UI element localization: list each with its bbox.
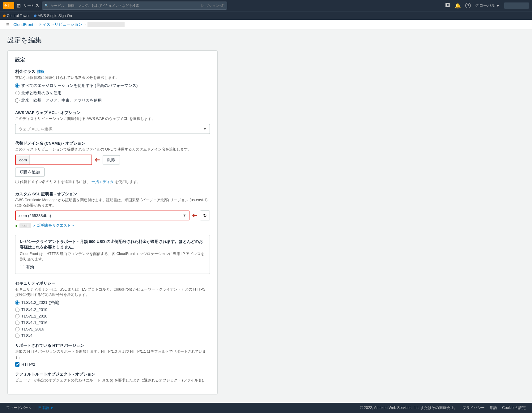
footer-sep: | xyxy=(35,406,36,410)
http-versions-desc: 追加の HTTP バージョンのサポートを追加します。HTTP/1.0 および H… xyxy=(15,349,210,360)
pricing-class-radio-group: すべてのエッジロケーションを使用する (最高のパフォーマンス) 北米と欧州のみを… xyxy=(15,83,210,103)
language-selector[interactable]: 日本語 ▼ xyxy=(38,405,53,411)
breadcrumb-cloudfront[interactable]: CloudFront xyxy=(13,22,33,27)
bulk-edit-note: ① 代替ドメイン名のリストを追加するには、 一括エディタ を使用します。 xyxy=(15,179,210,185)
breadcrumb-sep-2: › xyxy=(84,22,86,27)
add-item-button[interactable]: 項目を追加 xyxy=(15,168,45,177)
security-policy-section: セキュリティポリシー セキュリティポリシーは、SSL または TLS プロトコル… xyxy=(15,281,210,338)
pricing-class-desc: 支払う上限価格に関連付けられている料金区分を選択します。 xyxy=(15,75,210,80)
ssl-desc: AWS Certificate Manager から証明書を関連付けます。証明書… xyxy=(15,198,210,208)
cname-prefix: .com xyxy=(16,155,30,164)
pricing-info-link[interactable]: 情報 xyxy=(37,69,45,75)
menu-icon[interactable]: ≡ xyxy=(6,22,9,27)
nav-right: 🔔 ? グローバル ▼ xyxy=(445,2,529,9)
copyright-text: © 2022, Amazon Web Services, Inc. またはその関… xyxy=(360,405,458,411)
cert-link-row: ● .com ↗ 証明書をリクエスト ↗ xyxy=(15,223,210,228)
radio-tls12-2021[interactable]: TLSv1.2_2021 (推奨) xyxy=(15,300,210,305)
ssl-label: カスタム SSL 証明書 - オプション xyxy=(15,191,210,197)
bulk-edit-link[interactable]: 一括エディタ xyxy=(92,180,114,184)
breadcrumb-distributions[interactable]: ディストリビューション xyxy=(38,22,83,27)
legacy-checkbox[interactable] xyxy=(20,265,24,269)
legacy-checkbox-item[interactable]: 有効 xyxy=(20,264,205,270)
ssl-row: .com (265338db-:) ▼ ➜ ↻ xyxy=(15,211,210,220)
top-navigation: ⊞ サービス 🔍 サービス、特徴、ブログ、およびドキュメントなどを検索 [オプシ… xyxy=(0,0,532,11)
search-bar[interactable]: 🔍 サービス、特徴、ブログ、およびドキュメントなどを検索 [オプション+S] xyxy=(42,2,227,10)
http2-checkbox-item[interactable]: HTTP/2 xyxy=(15,362,210,367)
privacy-link[interactable]: プライバシー xyxy=(462,405,485,411)
radio-tls11-2016[interactable]: TLSv1.1_2016 xyxy=(15,320,210,325)
cname-row: .com ➜ 削除 xyxy=(15,155,210,165)
pricing-class-label: 料金クラス 情報 xyxy=(15,69,210,75)
search-icon: 🔍 xyxy=(45,4,49,8)
waf-section: AWS WAF ウェブ ACL - オプション このディストリビューションに関連… xyxy=(15,110,210,134)
cookie-link[interactable]: Cookie の設定 xyxy=(502,405,526,411)
waf-select[interactable]: ウェブ ACL を選択 xyxy=(15,124,210,134)
security-policy-desc: セキュリティポリシーは、SSL または TLS プロトコルと、CloudFron… xyxy=(15,287,210,297)
main-content: 設定を編集 設定 料金クラス 情報 支払う上限価格に関連付けられている料金区分を… xyxy=(0,29,532,411)
footer-left: フィードバック | 日本語 ▼ xyxy=(6,405,53,411)
sub-navigation: Control Tower AWS Single Sign-On xyxy=(0,11,532,20)
security-policy-label: セキュリティポリシー xyxy=(15,281,210,286)
control-tower-label: Control Tower xyxy=(7,14,30,18)
external-link-icon: ↗ xyxy=(33,224,36,227)
person-icon[interactable] xyxy=(445,2,450,9)
cname-input[interactable] xyxy=(30,155,92,164)
ssl-select-wrapper: .com (265338db-:) ▼ xyxy=(15,211,189,220)
cname-input-wrapper: .com xyxy=(15,155,92,165)
radio-all-regions[interactable]: 北米、欧州、アジア、中東、アフリカを使用 xyxy=(15,98,210,103)
breadcrumb-sep-1: › xyxy=(35,22,36,27)
account-display xyxy=(504,2,529,9)
green-dot: ● xyxy=(15,223,18,228)
svg-rect-0 xyxy=(445,3,450,7)
default-root-section: デフォルトルートオブジェクト - オプション ビューワーが特定のオブジェクトの代… xyxy=(15,372,210,383)
radio-tls12-2018[interactable]: TLSv1.2_2018 xyxy=(15,314,210,318)
radio-tls12-2019[interactable]: TLSv1.2_2019 xyxy=(15,307,210,312)
legacy-section: レガシークライアントサポート - 月額 600 USD の比例配分された料金が適… xyxy=(15,235,210,274)
waf-label: AWS WAF ウェブ ACL - オプション xyxy=(15,110,210,116)
card-title: 設定 xyxy=(15,57,210,63)
footer: フィードバック | 日本語 ▼ © 2022, Amazon Web Servi… xyxy=(0,403,532,411)
sidebar-item-control-tower[interactable]: Control Tower xyxy=(3,14,30,18)
refresh-button[interactable]: ↻ xyxy=(200,211,210,220)
ssl-certificate-select[interactable]: .com (265338db-:) xyxy=(15,211,189,220)
radio-all-edge[interactable]: すべてのエッジロケーションを使用する (最高のパフォーマンス) xyxy=(15,83,210,88)
global-button[interactable]: グローバル ▼ xyxy=(475,3,500,8)
external-icon: ↗ xyxy=(71,224,74,227)
security-policy-radio-group: TLSv1.2_2021 (推奨) TLSv1.2_2019 TLSv1.2_2… xyxy=(15,300,210,338)
cname-desc: このディストリビューションで提供されるファイルの URL で使用するカスタムドメ… xyxy=(15,147,210,152)
waf-select-wrapper: ウェブ ACL を選択 ▼ xyxy=(15,124,210,134)
search-shortcut: [オプション+S] xyxy=(201,3,224,8)
request-certificate-link[interactable]: 証明書をリクエスト ↗ xyxy=(37,223,74,228)
waf-desc: このディストリビューションに関連付ける AWS WAF のウェブ ACL を選択… xyxy=(15,116,210,121)
default-root-label: デフォルトルートオブジェクト - オプション xyxy=(15,372,210,377)
breadcrumb-bar: ≡ CloudFront › ディストリビューション › xyxy=(0,20,532,29)
legacy-desc: CloudFront は、HTTPS 経由でコンテンツを配信する、各 Cloud… xyxy=(20,251,205,262)
control-tower-dot xyxy=(3,15,6,17)
footer-right: © 2022, Amazon Web Services, Inc. またはその関… xyxy=(360,405,526,411)
page-title: 設定を編集 xyxy=(7,36,525,45)
sidebar-item-sso[interactable]: AWS Single Sign-On xyxy=(34,14,72,18)
http-versions-label: サポートされている HTTP バージョン xyxy=(15,343,210,348)
ssl-section: カスタム SSL 証明書 - オプション AWS Certificate Man… xyxy=(15,191,210,228)
arrow-left-icon-2: ➜ xyxy=(192,211,198,219)
feedback-label[interactable]: フィードバック xyxy=(6,405,32,411)
default-root-desc: ビューワーが特定のオブジェクトの代わりにルート URL (/) を要求したときに… xyxy=(15,378,210,383)
delete-button[interactable]: 削除 xyxy=(103,155,120,164)
radio-tlsv1[interactable]: TLSv1 xyxy=(15,333,210,338)
sso-label: AWS Single Sign-On xyxy=(38,14,72,18)
terms-link[interactable]: 用語 xyxy=(490,405,497,411)
radio-north-europe[interactable]: 北米と欧州のみを使用 xyxy=(15,90,210,96)
cert-domain: .com xyxy=(19,223,31,228)
service-label[interactable]: サービス xyxy=(23,3,39,8)
sso-dot xyxy=(34,15,36,17)
bell-icon[interactable]: 🔔 xyxy=(455,3,461,9)
pricing-class-section: 料金クラス 情報 支払う上限価格に関連付けられている料金区分を選択します。 すべ… xyxy=(15,69,210,103)
arrow-left-icon: ➜ xyxy=(95,156,100,164)
settings-card: 設定 料金クラス 情報 支払う上限価格に関連付けられている料金区分を選択します。… xyxy=(7,50,218,394)
http2-checkbox[interactable] xyxy=(15,362,19,367)
cname-section: 代替ドメイン名 (CNAME) - オプション このディストリビューションで提供… xyxy=(15,141,210,185)
radio-tlsv1-2016[interactable]: TLSv1_2016 xyxy=(15,327,210,331)
search-placeholder: サービス、特徴、ブログ、およびドキュメントなどを検索 xyxy=(51,3,139,8)
grid-icon[interactable]: ⊞ xyxy=(17,3,21,9)
help-icon[interactable]: ? xyxy=(465,3,471,8)
